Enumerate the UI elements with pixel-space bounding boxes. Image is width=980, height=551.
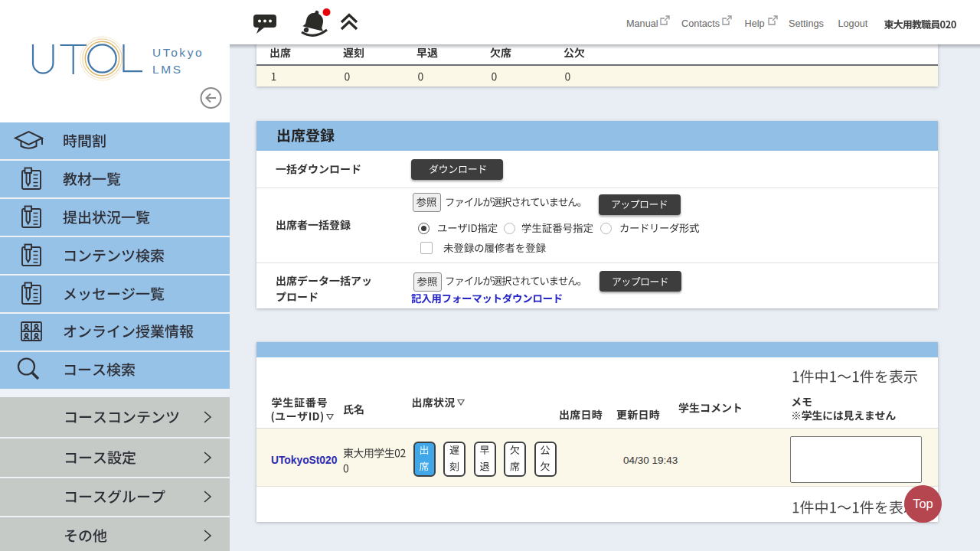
- svg-text:LMS: LMS: [152, 63, 183, 76]
- svg-text:UTokyo: UTokyo: [152, 46, 204, 59]
